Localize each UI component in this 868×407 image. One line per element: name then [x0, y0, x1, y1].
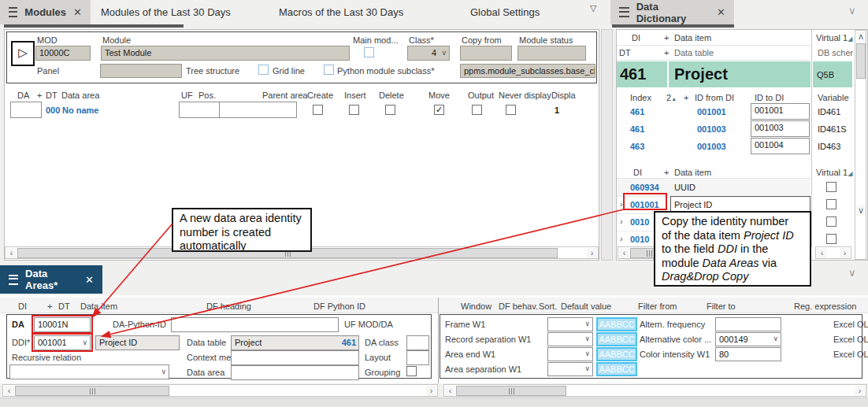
- index-row-id-from[interactable]: 001001: [697, 107, 726, 117]
- da-col-header-di[interactable]: DI: [18, 302, 27, 312]
- add-index-icon[interactable]: +: [684, 93, 688, 103]
- create-checkbox[interactable]: [313, 105, 323, 115]
- da-cell-input[interactable]: [10, 102, 42, 118]
- col-header-delete[interactable]: Delete: [379, 91, 404, 101]
- virtual-checkbox[interactable]: [826, 234, 836, 244]
- python-subclass-checkbox[interactable]: [324, 65, 334, 75]
- ddi-dropdown[interactable]: 001001 ∨: [34, 335, 91, 350]
- menu-icon[interactable]: [619, 7, 629, 17]
- da-id-input[interactable]: 10001N: [34, 317, 91, 332]
- index-row-id-to-input[interactable]: 001003: [751, 120, 810, 137]
- index-row-index[interactable]: 461: [630, 107, 644, 117]
- da-col-header-reg-expression[interactable]: Reg. expression: [794, 302, 857, 312]
- col-header-uf[interactable]: UF: [181, 91, 193, 101]
- scrollbar-thumb[interactable]: [856, 43, 866, 79]
- col-header-dt[interactable]: DT: [46, 91, 57, 101]
- data-area-name-cell[interactable]: No name: [62, 105, 98, 116]
- col-header-da[interactable]: DA: [17, 91, 29, 101]
- record-separation-w1-dropdown[interactable]: ∨: [547, 332, 593, 346]
- da-col-header-sort[interactable]: Sort.: [539, 302, 557, 312]
- scroll-right-button[interactable]: ›: [855, 386, 865, 396]
- idx-col-header-id-from[interactable]: ID from DI: [695, 93, 734, 103]
- dd-virtual-hscrollbar[interactable]: ‹ ›: [815, 246, 851, 259]
- menu-icon[interactable]: [9, 7, 17, 17]
- item-row-di[interactable]: 0010: [630, 217, 649, 228]
- mod-field[interactable]: 10000C: [35, 46, 91, 61]
- tab-global-settings[interactable]: Global Settings: [470, 6, 540, 18]
- dd-col-header-virtual[interactable]: Virtual 1◢: [816, 33, 852, 44]
- row-expand-icon[interactable]: ›: [620, 216, 623, 227]
- virtual-checkbox[interactable]: [826, 216, 836, 227]
- python-subclass-field[interactable]: ppms.module_subclasses.base_clas: [460, 64, 595, 78]
- item-row-di[interactable]: 0010: [630, 235, 649, 245]
- grid-line-checkbox[interactable]: [258, 65, 269, 75]
- data-area-input[interactable]: [231, 365, 359, 380]
- index-row-index[interactable]: 463: [630, 142, 644, 152]
- altern-frequency-input[interactable]: [715, 317, 781, 331]
- index-row-id-from[interactable]: 001003: [697, 142, 726, 152]
- col-header-move[interactable]: Move: [428, 91, 450, 101]
- col-header-never-display[interactable]: Never display: [499, 91, 551, 101]
- da-col-header-dt[interactable]: DT: [58, 302, 70, 312]
- grouping-checkbox[interactable]: [406, 366, 417, 376]
- dd-items-col-header-data-item[interactable]: Data item: [674, 168, 711, 178]
- scroll-left-button[interactable]: ‹: [4, 386, 14, 396]
- index-row-id-from[interactable]: 001003: [697, 124, 726, 135]
- dt-cell[interactable]: 000: [46, 105, 60, 116]
- da-col-header-data-item[interactable]: Data item: [80, 302, 117, 312]
- da-col-header-filter-to[interactable]: Filter to: [707, 302, 736, 312]
- close-icon[interactable]: ✕: [717, 7, 725, 17]
- idx-col-header-id-to[interactable]: ID to DI: [755, 93, 784, 103]
- da-col-header-default-value[interactable]: Default value: [561, 302, 611, 312]
- da-col-header-df-heading[interactable]: DF heading: [206, 302, 251, 312]
- data-areas-left-hscrollbar[interactable]: ‹ ›: [2, 384, 438, 397]
- index-row-index[interactable]: 461: [630, 124, 644, 135]
- tab-data-areas[interactable]: Data Areas* ✕: [0, 265, 102, 294]
- module-name-field[interactable]: Test Module: [101, 46, 350, 61]
- row-expand-icon[interactable]: ›: [620, 234, 623, 244]
- display-cell[interactable]: 1: [555, 105, 559, 116]
- collapse-chevron-icon[interactable]: ∨: [848, 5, 856, 17]
- idx-col-header-variable[interactable]: Variable: [818, 93, 849, 103]
- col-header-parent-area[interactable]: Parent area: [262, 91, 307, 101]
- recursive-relation-dropdown[interactable]: ∨: [9, 364, 169, 379]
- virtual-checkbox[interactable]: [826, 182, 836, 192]
- col-header-data-area[interactable]: Data area: [61, 91, 99, 101]
- row-expand-icon[interactable]: ›: [620, 199, 623, 209]
- main-mod-checkbox[interactable]: [364, 47, 374, 57]
- collapse-chevron-icon[interactable]: ∨: [848, 267, 856, 279]
- never-display-checkbox[interactable]: [506, 105, 516, 115]
- output-checkbox[interactable]: [472, 105, 482, 115]
- tab-macros-last-30-days[interactable]: Macros of the Last 30 Days: [279, 6, 403, 18]
- scroll-down-button[interactable]: ∨: [856, 205, 866, 216]
- scroll-right-button[interactable]: ›: [426, 386, 436, 396]
- uf-pos-cell-input[interactable]: [179, 102, 220, 118]
- col-header-pos[interactable]: Pos.: [198, 91, 216, 101]
- data-areas-right-hscrollbar[interactable]: ‹ ›: [443, 384, 866, 397]
- add-data-table-icon[interactable]: +: [664, 48, 669, 58]
- add-icon[interactable]: +: [47, 302, 52, 312]
- dd-col-header-db-schema[interactable]: DB scher: [818, 48, 853, 58]
- scroll-left-button[interactable]: ‹: [619, 248, 629, 258]
- frame-w1-color-field[interactable]: AABBCC: [596, 317, 637, 331]
- add-data-item-icon[interactable]: +: [664, 168, 669, 178]
- col-header-create[interactable]: Create: [307, 91, 333, 101]
- color-intensity-input[interactable]: 80: [715, 347, 781, 361]
- dd-col-header-di[interactable]: DI: [632, 33, 640, 43]
- idx-sort-indicator[interactable]: 2▲: [666, 93, 677, 104]
- frame-w1-dropdown[interactable]: ∨: [547, 317, 593, 331]
- da-col-header-filter-from[interactable]: Filter from: [638, 302, 677, 312]
- dd-items-col-header-di[interactable]: DI: [633, 168, 642, 178]
- col-header-insert[interactable]: Insert: [344, 91, 366, 101]
- item-row-name[interactable]: UUID: [674, 183, 696, 193]
- scroll-right-button[interactable]: ›: [587, 248, 597, 258]
- index-row-id-to-input[interactable]: 001001: [751, 103, 810, 120]
- panel-field[interactable]: [100, 64, 182, 78]
- area-end-w1-dropdown[interactable]: ∨: [547, 347, 593, 361]
- scroll-up-button[interactable]: ∧: [856, 31, 866, 42]
- da-python-id-input[interactable]: [171, 317, 339, 332]
- dd-col-header-data-item[interactable]: Data item: [674, 33, 711, 43]
- item-row-di[interactable]: 060934: [630, 183, 659, 193]
- close-icon[interactable]: ✕: [85, 275, 94, 285]
- da-col-header-df-behav[interactable]: DF behav.: [499, 302, 538, 312]
